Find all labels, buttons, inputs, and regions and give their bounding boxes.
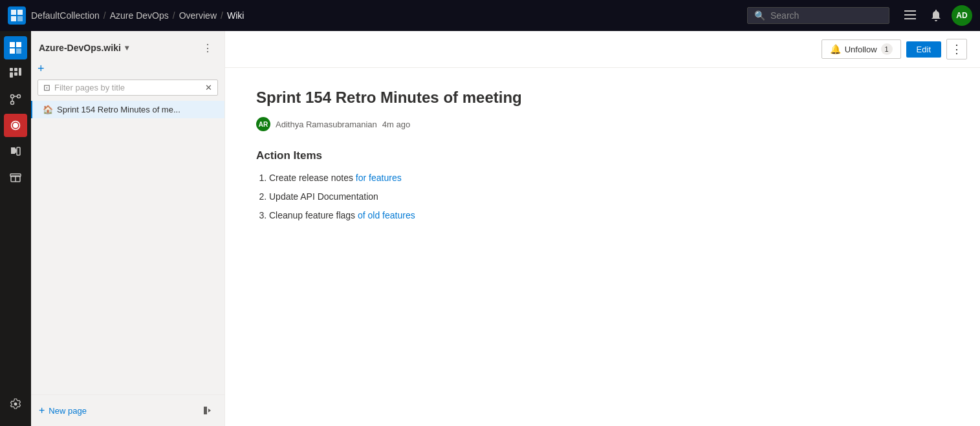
page-tree: 🏠 Sprint 154 Retro Minutes of me...: [31, 101, 224, 394]
svg-rect-10: [16, 48, 21, 54]
item-2-text: Update API Documentation: [269, 191, 378, 202]
svg-rect-9: [10, 48, 15, 54]
author-name: Adithya Ramasubramanian: [276, 120, 377, 129]
svg-rect-4: [904, 10, 916, 12]
breadcrumb-azuredevops[interactable]: Azure DevOps: [110, 10, 169, 21]
breadcrumb-sep-2: /: [173, 10, 175, 21]
unfollow-button[interactable]: 🔔 Unfollow 1: [822, 39, 901, 59]
wiki-title: Azure-DevOps.wiki: [39, 43, 121, 53]
svg-point-18: [11, 101, 14, 105]
page-title-label: Sprint 154 Retro Minutes of me...: [57, 105, 180, 114]
action-items-list: Create release notes for features Update…: [256, 171, 949, 222]
new-page-label: New page: [49, 406, 87, 416]
sidebar-item-testplans[interactable]: [4, 140, 27, 163]
follower-count: 1: [885, 45, 889, 53]
svg-point-17: [17, 95, 21, 98]
list-item: Cleanup feature flags of old features: [269, 209, 949, 222]
edit-button[interactable]: Edit: [906, 41, 941, 58]
svg-rect-1: [17, 10, 23, 15]
topbar-actions: AD: [900, 5, 972, 26]
svg-rect-5: [904, 14, 916, 16]
breadcrumb-sep-1: /: [103, 10, 106, 21]
page-sidebar-footer: + New page: [31, 394, 224, 426]
sidebar-item-pipelines[interactable]: [4, 114, 27, 137]
list-item: Update API Documentation: [269, 190, 949, 204]
user-avatar[interactable]: AD: [952, 5, 972, 26]
page-title: Sprint 154 Retro Minutes of meeting: [256, 89, 949, 107]
list-icon[interactable]: [900, 5, 920, 26]
filter-icon: ⊡: [43, 83, 50, 92]
app-logo[interactable]: [8, 6, 26, 25]
content-area: 🔔 Unfollow 1 Edit ⋮ Sprint 154 Retro Min…: [225, 31, 980, 426]
svg-rect-15: [19, 68, 21, 76]
home-icon: 🏠: [43, 105, 53, 114]
breadcrumb-overview[interactable]: Overview: [179, 10, 217, 21]
wiki-header: Azure-DevOps.wiki ▾ ⋮: [31, 31, 224, 62]
sidebar-more-menu-button[interactable]: ⋮: [199, 39, 217, 57]
time-ago: 4m ago: [382, 120, 410, 129]
add-page-icon-button[interactable]: +: [38, 62, 45, 76]
wiki-title-row[interactable]: Azure-DevOps.wiki ▾: [39, 43, 129, 53]
svg-rect-7: [10, 42, 15, 47]
notifications-icon[interactable]: [926, 5, 946, 26]
svg-rect-3: [17, 16, 23, 21]
main-layout: Azure-DevOps.wiki ▾ ⋮ + ⊡ ✕ 🏠 Sprint 154…: [0, 31, 980, 426]
wiki-meta: AR Adithya Ramasubramanian 4m ago: [256, 117, 949, 131]
topbar: DefaultCollection / Azure DevOps / Overv…: [0, 0, 980, 31]
svg-rect-12: [14, 68, 17, 71]
svg-rect-11: [10, 68, 13, 71]
bell-icon: 🔔: [830, 44, 841, 54]
sidebar-item-repos[interactable]: [4, 88, 27, 111]
svg-rect-21: [17, 147, 20, 155]
more-options-button[interactable]: ⋮: [946, 39, 967, 59]
plus-icon: +: [38, 62, 45, 76]
search-box[interactable]: 🔍: [747, 7, 889, 24]
item-1-link[interactable]: for features: [356, 173, 402, 183]
svg-rect-2: [11, 16, 16, 21]
filter-input[interactable]: [54, 83, 201, 92]
filter-box[interactable]: ⊡ ✕: [38, 80, 218, 96]
follower-badge: 1: [881, 43, 893, 55]
list-item: Create release notes for features: [269, 171, 949, 185]
svg-rect-13: [10, 72, 13, 78]
item-1-text: Create release notes for features: [269, 173, 402, 183]
search-icon: 🔍: [754, 10, 765, 21]
svg-rect-6: [904, 18, 916, 19]
page-sidebar: Azure-DevOps.wiki ▾ ⋮ + ⊡ ✕ 🏠 Sprint 154…: [31, 31, 225, 426]
item-3-text: Cleanup feature flags of old features: [269, 210, 415, 220]
settings-icon[interactable]: [4, 392, 27, 416]
item-3-link[interactable]: of old features: [358, 210, 415, 220]
svg-rect-0: [11, 10, 16, 15]
chevron-down-icon: ▾: [125, 43, 129, 52]
svg-point-19: [13, 123, 18, 128]
collapse-sidebar-button[interactable]: [199, 401, 217, 420]
icon-sidebar: [0, 31, 31, 426]
unfollow-label: Unfollow: [845, 45, 877, 54]
svg-point-16: [11, 95, 14, 98]
content-toolbar: 🔔 Unfollow 1 Edit ⋮: [225, 31, 980, 68]
breadcrumb: DefaultCollection / Azure DevOps / Overv…: [31, 10, 244, 21]
author-avatar: AR: [256, 117, 270, 131]
new-page-plus-icon: +: [39, 405, 45, 416]
section-title: Action Items: [256, 149, 949, 162]
sidebar-item-overview[interactable]: [4, 36, 27, 59]
page-tree-item[interactable]: 🏠 Sprint 154 Retro Minutes of me...: [31, 101, 224, 118]
breadcrumb-sep-3: /: [221, 10, 223, 21]
breadcrumb-defaultcollection[interactable]: DefaultCollection: [31, 10, 100, 21]
new-page-button[interactable]: + New page: [39, 405, 87, 416]
filter-clear-icon[interactable]: ✕: [205, 83, 212, 92]
breadcrumb-wiki[interactable]: Wiki: [227, 10, 244, 21]
svg-rect-14: [14, 72, 17, 76]
svg-rect-8: [16, 42, 21, 47]
search-input[interactable]: [770, 10, 874, 21]
sidebar-item-boards[interactable]: [4, 62, 27, 85]
wiki-content: Sprint 154 Retro Minutes of meeting AR A…: [225, 68, 980, 426]
sidebar-item-artifacts[interactable]: [4, 165, 27, 189]
